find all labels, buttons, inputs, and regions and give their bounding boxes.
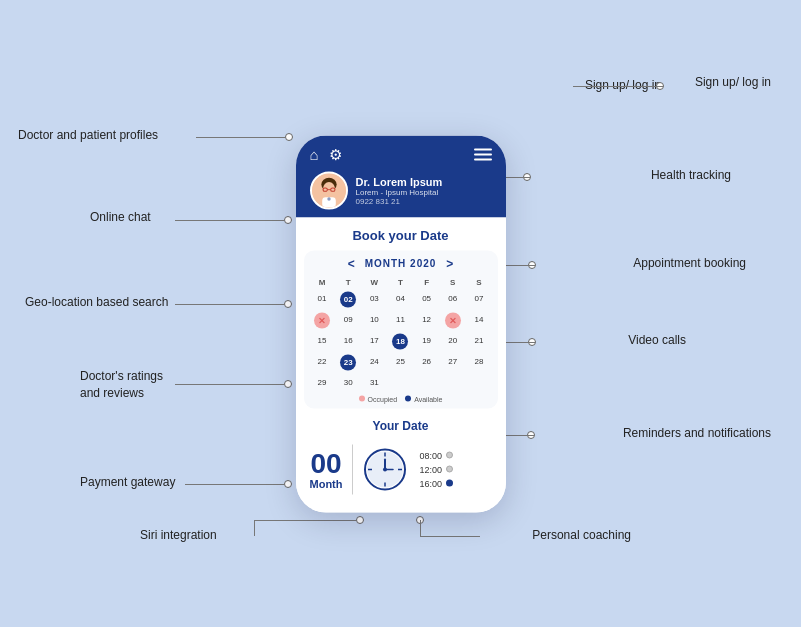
avatar bbox=[310, 171, 348, 209]
time-item-3[interactable]: 16:00 bbox=[419, 478, 453, 488]
cal-20[interactable]: 20 bbox=[444, 331, 462, 349]
doctor-profiles-dot bbox=[285, 133, 293, 141]
cal-legend: Occupied Available bbox=[310, 395, 492, 402]
your-date-row: 00 Month bbox=[304, 440, 498, 498]
cal-10[interactable]: 10 bbox=[365, 310, 383, 328]
cal-13[interactable]: ✕ bbox=[440, 310, 465, 330]
time-dot-2 bbox=[446, 466, 453, 473]
big-month: Month bbox=[310, 477, 343, 489]
cal-12[interactable]: 12 bbox=[418, 310, 436, 328]
cal-01[interactable]: 01 bbox=[313, 289, 331, 307]
cal-15[interactable]: 15 bbox=[313, 331, 331, 349]
annotation-signup: Sign up/ log in bbox=[585, 78, 661, 92]
cal-16[interactable]: 16 bbox=[339, 331, 357, 349]
cal-grid: M T W T F S S 01 02 03 04 05 06 07 bbox=[310, 275, 492, 391]
day-F: F bbox=[414, 275, 439, 288]
cal-05[interactable]: 05 bbox=[418, 289, 436, 307]
occupied-dot bbox=[359, 396, 365, 402]
line-doctor-profiles bbox=[196, 137, 285, 138]
line-geo bbox=[175, 304, 284, 305]
cal-14[interactable]: 14 bbox=[470, 310, 488, 328]
phone-header: ⌂ ⚙ bbox=[296, 135, 506, 217]
cal-30[interactable]: 30 bbox=[339, 373, 357, 391]
day-S2: S bbox=[466, 275, 491, 288]
cal-28[interactable]: 28 bbox=[470, 352, 488, 370]
ann-signup-text: Sign up/ log in bbox=[695, 75, 771, 89]
line-payment bbox=[185, 484, 284, 485]
your-date-title: Your Date bbox=[304, 418, 498, 432]
big-num: 00 bbox=[310, 449, 343, 477]
line-coaching-h bbox=[420, 536, 480, 537]
time-item-1[interactable]: 08:00 bbox=[419, 450, 453, 460]
svg-point-16 bbox=[383, 467, 387, 471]
line-signup bbox=[573, 86, 663, 87]
clock-area bbox=[363, 447, 407, 491]
day-T: T bbox=[336, 275, 361, 288]
cal-18[interactable]: 18 bbox=[388, 331, 413, 351]
cal-26[interactable]: 26 bbox=[418, 352, 436, 370]
ann-siri: Siri integration bbox=[140, 528, 217, 542]
phone-body: Book your Date < MONTH 2020 > M T W T F … bbox=[296, 217, 506, 512]
cal-29[interactable]: 29 bbox=[313, 373, 331, 391]
occupied-label: Occupied bbox=[368, 395, 398, 402]
ann-coaching: Personal coaching bbox=[532, 528, 631, 542]
ann-appointment: Appointment booking bbox=[633, 256, 746, 270]
line-ratings bbox=[175, 384, 284, 385]
time-dot-1 bbox=[446, 452, 453, 459]
vertical-divider bbox=[352, 444, 353, 494]
cal-04[interactable]: 04 bbox=[391, 289, 409, 307]
day-M: M bbox=[310, 275, 335, 288]
cal-25[interactable]: 25 bbox=[391, 352, 409, 370]
phone-mockup: ⌂ ⚙ bbox=[296, 135, 506, 512]
line-siri bbox=[254, 520, 356, 521]
line-coaching-v bbox=[420, 520, 421, 536]
cal-prev-btn[interactable]: < bbox=[348, 256, 355, 270]
book-title: Book your Date bbox=[304, 227, 498, 242]
available-label: Available bbox=[414, 395, 442, 402]
menu-icon[interactable] bbox=[474, 148, 492, 160]
cal-07[interactable]: 07 bbox=[470, 289, 488, 307]
time-label-2: 12:00 bbox=[419, 464, 442, 474]
cal-03[interactable]: 03 bbox=[365, 289, 383, 307]
times-list: 08:00 12:00 16:00 bbox=[419, 450, 453, 488]
phone-number: 0922 831 21 bbox=[356, 196, 443, 205]
gear-icon[interactable]: ⚙ bbox=[329, 145, 342, 163]
cal-27[interactable]: 27 bbox=[444, 352, 462, 370]
svg-point-2 bbox=[323, 182, 335, 196]
cal-21[interactable]: 21 bbox=[470, 331, 488, 349]
ann-payment: Payment gateway bbox=[80, 475, 175, 489]
available-dot bbox=[405, 396, 411, 402]
home-icon[interactable]: ⌂ bbox=[310, 146, 319, 163]
cal-06[interactable]: 06 bbox=[444, 289, 462, 307]
day-W: W bbox=[362, 275, 387, 288]
ann-online-chat: Online chat bbox=[90, 210, 151, 224]
cal-24[interactable]: 24 bbox=[365, 352, 383, 370]
cal-02[interactable]: 02 bbox=[336, 289, 361, 309]
calendar: < MONTH 2020 > M T W T F S S 01 02 03 04 bbox=[304, 250, 498, 408]
ratings-dot bbox=[284, 380, 292, 388]
cal-next-btn[interactable]: > bbox=[446, 256, 453, 270]
cal-31[interactable]: 31 bbox=[365, 373, 383, 391]
payment-dot bbox=[284, 480, 292, 488]
cal-23[interactable]: 23 bbox=[336, 352, 361, 372]
cal-17[interactable]: 17 bbox=[365, 331, 383, 349]
hospital-name: Lorem - Ipsum Hospital bbox=[356, 187, 443, 196]
clock-icon bbox=[363, 447, 407, 491]
cal-08[interactable]: ✕ bbox=[310, 310, 335, 330]
geo-dot bbox=[284, 300, 292, 308]
time-dot-3 bbox=[446, 480, 453, 487]
time-item-2[interactable]: 12:00 bbox=[419, 464, 453, 474]
big-date: 00 Month bbox=[310, 449, 343, 489]
svg-point-7 bbox=[327, 197, 330, 200]
day-T2: T bbox=[388, 275, 413, 288]
ann-ratings: Doctor's ratingsand reviews bbox=[80, 368, 163, 402]
online-chat-dot bbox=[284, 216, 292, 224]
line-online-chat bbox=[175, 220, 284, 221]
doctor-name: Dr. Lorem Ipsum bbox=[356, 175, 443, 187]
cal-09[interactable]: 09 bbox=[339, 310, 357, 328]
cal-22[interactable]: 22 bbox=[313, 352, 331, 370]
ann-health-tracking: Health tracking bbox=[651, 168, 731, 182]
cal-11[interactable]: 11 bbox=[391, 310, 409, 328]
cal-19[interactable]: 19 bbox=[418, 331, 436, 349]
time-label-3: 16:00 bbox=[419, 478, 442, 488]
